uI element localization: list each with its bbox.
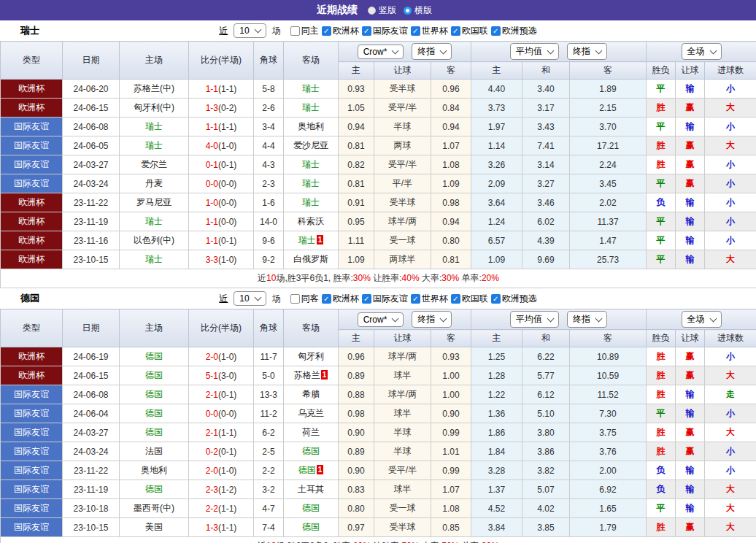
league-checkbox[interactable]: ✓ (322, 26, 331, 36)
crow-away-odds: 1.09 (431, 174, 471, 193)
handicap-line: 受半球 (374, 518, 431, 537)
match-count-select[interactable]: 10 (234, 291, 266, 306)
home-team: 匈牙利(中) (120, 99, 189, 118)
crow-away-odds: 0.99 (431, 423, 471, 442)
radio-horizontal-layout[interactable] (404, 7, 412, 15)
odds-stage-select[interactable]: 终指 (412, 43, 452, 60)
match-date: 23-11-22 (63, 193, 120, 212)
league-checkbox[interactable]: ✓ (362, 294, 371, 304)
corners: 3-2 (254, 480, 284, 499)
summary-segment: 20% (482, 273, 499, 283)
recent-matches-link[interactable]: 近 (219, 293, 228, 305)
summary-row: 近10场,胜3平6负1, 胜率:30% 让胜率:40% 大率:30% 单率:20… (1, 269, 756, 288)
avg-away-odds: 2.00 (570, 461, 647, 480)
odds-source-select[interactable]: Crow* (358, 45, 404, 59)
home-team-label: 罗马尼亚 (136, 197, 171, 207)
crow-away-odds: 0.96 (431, 80, 471, 99)
league-checkbox[interactable]: ✓ (411, 294, 420, 304)
fulltime-score: 0-2 (206, 447, 218, 457)
result-outcome: 平 (647, 212, 676, 231)
away-team: 瑞士 (284, 99, 339, 118)
crow-away-odds: 0.84 (431, 99, 471, 118)
handicap-line: 球半/两 (374, 212, 431, 231)
avg-home-odds: 3.26 (471, 155, 522, 174)
odds-stage-select[interactable]: 终指 (412, 311, 452, 328)
column-subheader: 进球数 (705, 330, 756, 347)
chevron-down-icon (547, 47, 555, 54)
league-checkbox[interactable]: ✓ (451, 26, 460, 36)
corners: 1-6 (254, 193, 284, 212)
avg-source-select[interactable]: 平均值 (510, 311, 559, 328)
scope-select[interactable]: 全场 (682, 43, 722, 60)
result-handicap: 输 (676, 480, 705, 499)
recent-matches-link[interactable]: 近 (219, 25, 228, 37)
league-checkbox[interactable]: ✓ (491, 294, 501, 304)
radio-vertical-label[interactable]: 竖版 (379, 4, 396, 17)
crow-home-odds: 0.90 (339, 461, 374, 480)
score: 1-1(0-1) (189, 231, 254, 250)
match-date: 24-06-04 (63, 404, 120, 423)
home-team-label: 法国 (145, 446, 163, 456)
result-outcome: 胜 (647, 423, 676, 442)
same-venue-checkbox[interactable] (290, 294, 300, 304)
handicap-line: 受半球 (374, 80, 431, 99)
avg-source-select-value: 平均值 (516, 313, 542, 326)
avg-draw-odds: 3.86 (522, 442, 570, 461)
away-team-label: 德国 (302, 503, 320, 513)
summary-row: 近10场,胜6平2负2, 胜率:60% 让胜率:50% 大率:50% 单率:30… (1, 537, 756, 543)
avg-draw-odds: 4.02 (522, 499, 570, 518)
match-date: 23-10-18 (63, 499, 120, 518)
away-team: 德国1 (284, 461, 339, 480)
home-team-label: 德国 (145, 484, 163, 494)
column-subheader: 客 (431, 62, 471, 80)
radio-vertical-layout[interactable] (368, 7, 376, 15)
avg-source-select[interactable]: 平均值 (510, 43, 559, 60)
same-venue-checkbox[interactable] (290, 26, 300, 36)
league-checkbox[interactable]: ✓ (322, 294, 331, 304)
header-group-row: 类型日期主场比分(半场)角球客场Crow*终指平均值终指全场 (1, 42, 756, 62)
avg-stage-select[interactable]: 终指 (567, 311, 607, 328)
match-count-select[interactable]: 10 (234, 23, 266, 38)
halftime-score: (1-0) (218, 352, 236, 362)
away-team-label: 瑞士 (298, 235, 316, 245)
crow-home-odds: 0.83 (339, 480, 374, 499)
result-handicap: 输 (676, 250, 705, 269)
league-badge: 欧洲杯 (1, 250, 63, 269)
avg-home-odds: 1.28 (471, 366, 522, 385)
handicap-line: 平/半 (374, 174, 431, 193)
red-card-badge: 1 (317, 465, 324, 474)
result-outcome: 平 (647, 174, 676, 193)
crow-home-odds: 0.89 (339, 366, 374, 385)
radio-horizontal-label[interactable]: 横版 (414, 4, 432, 17)
result-goals: 大 (705, 250, 756, 269)
league-checkbox[interactable]: ✓ (451, 294, 460, 304)
avg-home-odds: 3.64 (471, 193, 522, 212)
scope-select[interactable]: 全场 (682, 311, 722, 328)
match-date: 24-06-08 (63, 385, 120, 404)
result-handicap: 赢 (676, 155, 705, 174)
avg-stage-select-value: 终指 (573, 45, 590, 58)
corners: 2-6 (254, 99, 284, 118)
league-checkbox[interactable]: ✓ (362, 26, 371, 36)
column-subheader: 主 (471, 62, 522, 80)
result-goals: 大 (705, 99, 756, 118)
away-team: 白俄罗斯 (284, 250, 339, 269)
league-badge: 国际友谊 (1, 442, 63, 461)
score: 2-1(1-1) (189, 423, 254, 442)
home-team-label: 瑞士 (145, 121, 163, 131)
home-team-label: 瑞士 (145, 140, 163, 150)
odds-group-header: Crow*终指 (339, 42, 471, 62)
league-badge: 国际友谊 (1, 118, 63, 136)
result-outcome: 平 (647, 80, 676, 99)
same-venue-label: 同客 (301, 293, 319, 305)
avg-draw-odds: 3.14 (522, 155, 570, 174)
avg-stage-select[interactable]: 终指 (567, 43, 607, 60)
avg-draw-odds: 6.02 (522, 212, 570, 231)
away-team-label: 希腊 (302, 389, 320, 399)
crow-home-odds: 0.98 (339, 404, 374, 423)
league-checkbox[interactable]: ✓ (411, 26, 420, 36)
column-subheader: 和 (522, 330, 570, 347)
result-handicap: 赢 (676, 442, 705, 461)
league-checkbox[interactable]: ✓ (491, 26, 501, 36)
odds-source-select[interactable]: Crow* (358, 312, 404, 327)
